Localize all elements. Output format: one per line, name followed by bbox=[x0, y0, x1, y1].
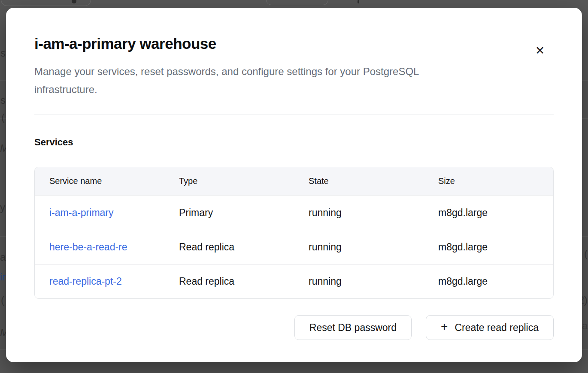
bg-fragment: ( bbox=[584, 249, 588, 259]
service-type: Read replica bbox=[164, 265, 294, 298]
backdrop-tab-outline bbox=[266, 0, 328, 5]
service-size: m8gd.large bbox=[424, 230, 553, 264]
warehouse-dialog: ✕ i-am-a-primary warehouse Manage your s… bbox=[6, 8, 582, 362]
col-header-state: State bbox=[294, 167, 424, 195]
reset-db-password-button[interactable]: Reset DB password bbox=[294, 315, 412, 340]
divider bbox=[34, 114, 554, 114]
bg-fragment: ( bbox=[1, 112, 5, 123]
close-button[interactable]: ✕ bbox=[531, 42, 549, 59]
service-state: running bbox=[294, 196, 424, 230]
services-table: Service name Type State Size i-am-a-prim… bbox=[34, 167, 554, 299]
create-read-replica-label: Create read replica bbox=[455, 322, 539, 334]
service-type: Read replica bbox=[164, 230, 294, 264]
col-header-service-name: Service name bbox=[35, 167, 164, 195]
backdrop-tab-outline bbox=[1, 0, 91, 6]
table-header-row: Service name Type State Size bbox=[35, 167, 553, 196]
dialog-title: i-am-a-primary warehouse bbox=[34, 34, 554, 53]
backdrop-glyph-tick bbox=[358, 0, 359, 3]
dialog-description-line: Manage your services, reset passwords, a… bbox=[34, 63, 554, 81]
bg-fragment: s bbox=[0, 95, 6, 105]
reset-db-password-label: Reset DB password bbox=[309, 322, 397, 334]
dialog-description: Manage your services, reset passwords, a… bbox=[34, 63, 554, 99]
services-heading: Services bbox=[34, 137, 554, 148]
service-type: Primary bbox=[164, 196, 294, 230]
service-state: running bbox=[294, 265, 424, 298]
service-size: m8gd.large bbox=[424, 196, 553, 230]
dialog-actions: Reset DB password + Create read replica bbox=[34, 315, 554, 340]
service-state: running bbox=[294, 230, 424, 264]
service-link[interactable]: i-am-a-primary bbox=[49, 207, 114, 219]
plus-icon: + bbox=[441, 320, 448, 334]
table-row: read-replica-pt-2 Read replica running m… bbox=[35, 264, 553, 298]
service-link[interactable]: read-replica-pt-2 bbox=[49, 276, 122, 287]
table-row: here-be-a-read-re Read replica running m… bbox=[35, 230, 553, 264]
close-icon: ✕ bbox=[535, 45, 545, 57]
create-read-replica-button[interactable]: + Create read replica bbox=[426, 315, 554, 340]
service-size: m8gd.large bbox=[424, 265, 553, 298]
bg-fragment: ( bbox=[1, 295, 4, 305]
table-row: i-am-a-primary Primary running m8gd.larg… bbox=[35, 196, 553, 230]
col-header-size: Size bbox=[424, 167, 553, 195]
col-header-type: Type bbox=[164, 167, 294, 195]
bg-fragment: y bbox=[0, 202, 5, 213]
service-link[interactable]: here-be-a-read-re bbox=[49, 241, 127, 253]
dialog-description-line: infrastructure. bbox=[34, 81, 554, 99]
